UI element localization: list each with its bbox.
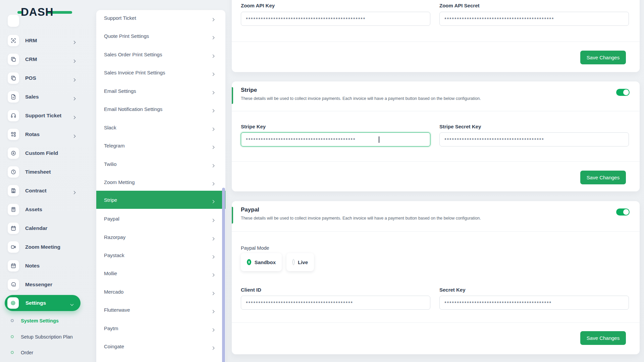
sidebar-item-notes[interactable]: Notes (0, 256, 84, 275)
sidebar-item-zoom-meeting[interactable]: Zoom Meeting (0, 238, 84, 256)
settings-menu-item-paytm[interactable]: Paytm (96, 319, 225, 337)
menu-item-label: Email Settings (104, 88, 136, 94)
paypal-client-id-input[interactable] (241, 296, 430, 310)
sidebar-subitem-system-settings[interactable]: System Settings (0, 314, 84, 327)
chevron-right-icon (212, 326, 214, 333)
chevron-right-icon (212, 53, 214, 59)
settings-menu-item-sales-invoice-print[interactable]: Sales Invoice Print Settings (96, 63, 225, 81)
zoom-api-secret-input[interactable] (439, 12, 629, 26)
settings-menu-item-stripe[interactable]: Stripe (96, 191, 225, 209)
menu-item-label: Mercado (104, 289, 123, 295)
section-title: Paypal (241, 206, 259, 213)
sidebar-subitem-order[interactable]: Order (0, 346, 84, 359)
settings-menu-item-mercado[interactable]: Mercado (96, 283, 225, 301)
document-icon (8, 91, 19, 103)
calendar-icon (8, 223, 19, 234)
stripe-key-input[interactable] (241, 132, 430, 146)
settings-menu-item-email-settings[interactable]: Email Settings (96, 82, 225, 100)
save-button[interactable]: Save Changes (580, 331, 626, 345)
sidebar-item-custom-field[interactable]: Custom Field (0, 144, 84, 163)
field-label: Stripe Key (241, 124, 266, 129)
settings-menu-item-paystack[interactable]: Paystack (96, 246, 225, 264)
menu-item-label: Quote Print Settings (104, 33, 149, 39)
chevron-right-icon (212, 16, 214, 22)
clock-icon (8, 166, 19, 178)
zoom-api-key-input[interactable] (241, 12, 430, 26)
chevron-right-icon (212, 272, 214, 278)
sidebar-item-partial-icon[interactable] (8, 15, 19, 27)
sidebar-item-label: Timesheet (25, 169, 51, 175)
menu-item-label: Flutterwave (104, 307, 130, 313)
hrm-scan-icon (8, 35, 19, 46)
sidebar-subitem-label: Order (21, 350, 33, 355)
floppy-icon (8, 185, 19, 196)
stripe-secret-key-input[interactable] (439, 132, 629, 146)
settings-menu-item-zoom-meeting[interactable]: Zoom Metting (96, 173, 225, 191)
menu-item-label: Razorpay (104, 234, 125, 240)
sidebar-item-label: Zoom Meeting (25, 244, 60, 250)
toggle-knob (623, 89, 629, 95)
chevron-right-icon (73, 133, 75, 139)
settings-menu-item-email-notification[interactable]: Email Notification Settings (96, 100, 225, 118)
chevron-right-icon (212, 235, 214, 241)
paypal-mode-sandbox-option[interactable]: Sandbox (241, 253, 282, 271)
menu-item-label: Stripe (104, 197, 117, 203)
field-label: Zoom API Key (241, 3, 275, 8)
menu-item-label: Support Ticket (104, 15, 136, 21)
settings-menu-item-paypal[interactable]: Paypal (96, 209, 225, 228)
chevron-right-icon (73, 58, 75, 64)
sidebar-item-label: Messenger (25, 282, 52, 288)
primary-sidebar: DASH HRM CRM POS Sales Support Ticket (0, 0, 84, 362)
sidebar-item-rotas[interactable]: Rotas (0, 125, 84, 144)
chevron-right-icon (212, 217, 214, 223)
chevron-down-icon (71, 301, 73, 307)
section-accent-bar (232, 87, 233, 104)
settings-menu-item-quote-print[interactable]: Quote Print Settings (96, 27, 225, 45)
settings-menu-item-slack[interactable]: Slack (96, 118, 225, 136)
radio-unchecked-icon[interactable] (292, 259, 294, 265)
sidebar-item-sales[interactable]: Sales (0, 87, 84, 106)
chevron-right-icon (73, 39, 75, 45)
settings-menu-item-twilio[interactable]: Twilio (96, 155, 225, 173)
menu-item-label: Paypal (104, 216, 119, 222)
menu-item-label: Paystack (104, 252, 124, 258)
chevron-right-icon (73, 189, 75, 195)
settings-menu-item-skrill[interactable]: Skrill (96, 356, 225, 362)
settings-menu-item-sales-order-print[interactable]: Sales Order Print Settings (96, 45, 225, 63)
sidebar-item-crm[interactable]: CRM (0, 50, 84, 69)
grid-plus-icon (8, 129, 19, 140)
sidebar-item-messenger[interactable]: Messenger (0, 275, 84, 294)
save-button[interactable]: Save Changes (580, 51, 626, 64)
toggle-knob (623, 209, 629, 215)
sidebar-subitem-label: Setup Subscription Plan (21, 334, 73, 340)
settings-menu-item-support-ticket[interactable]: Support Ticket (96, 9, 225, 27)
sidebar-item-hrm[interactable]: HRM (0, 31, 84, 50)
paypal-mode-live-option[interactable]: Live (286, 253, 314, 271)
sidebar-item-contract[interactable]: Contract (0, 181, 84, 200)
stripe-enabled-toggle[interactable] (616, 89, 630, 96)
menu-item-label: Zoom Metting (104, 179, 135, 185)
radio-checked-icon[interactable] (247, 259, 251, 265)
settings-menu-item-telegram[interactable]: Telegram (96, 136, 225, 155)
settings-menu-item-coingate[interactable]: Coingate (96, 337, 225, 355)
sidebar-item-assets[interactable]: Assets (0, 200, 84, 219)
chevron-right-icon (212, 107, 214, 113)
paypal-enabled-toggle[interactable] (616, 208, 630, 216)
sidebar-subitem-setup-subscription-plan[interactable]: Setup Subscription Plan (0, 330, 84, 344)
paypal-secret-key-input[interactable] (439, 296, 629, 310)
sidebar-item-support-ticket[interactable]: Support Ticket (0, 106, 84, 125)
menu-item-label: Coingate (104, 344, 124, 349)
sidebar-item-calendar[interactable]: Calendar (0, 219, 84, 238)
sidebar-item-settings[interactable]: Settings (5, 295, 80, 311)
sidebar-item-pos[interactable]: POS (0, 69, 84, 87)
sidebar-item-timesheet[interactable]: Timesheet (0, 163, 84, 181)
sidebar-item-label: CRM (25, 56, 37, 62)
sidebar-item-label: Calendar (25, 225, 47, 231)
settings-menu-scrollbar[interactable] (222, 188, 225, 362)
settings-menu-item-flutterwave[interactable]: Flutterwave (96, 301, 225, 319)
chevron-right-icon (212, 345, 214, 351)
brand-logo[interactable]: DASH (21, 5, 54, 19)
settings-menu-item-mollie[interactable]: Mollie (96, 264, 225, 282)
settings-menu-item-razorpay[interactable]: Razorpay (96, 228, 225, 246)
save-button[interactable]: Save Changes (580, 171, 626, 184)
